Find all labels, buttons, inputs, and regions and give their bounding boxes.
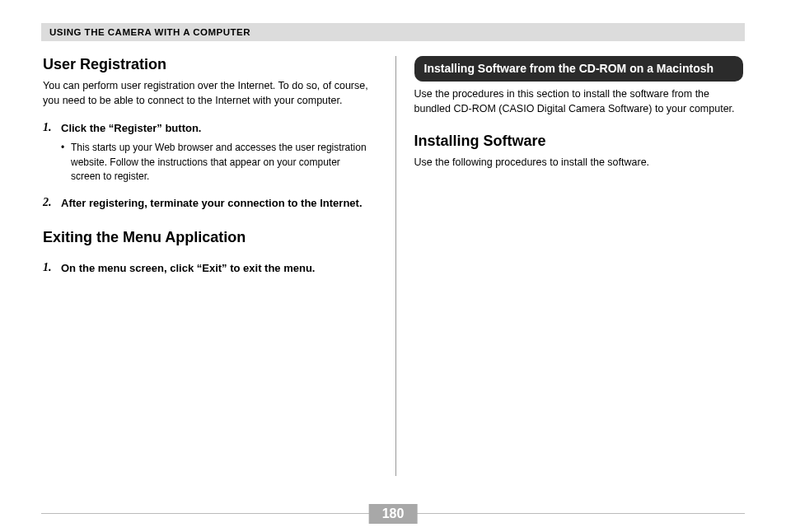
paragraph-install-procedures: Use the following procedures to install … <box>414 155 744 170</box>
step-item: 1. Click the “Register” button. This sta… <box>43 121 372 184</box>
right-column: Installing Software from the CD-ROM on a… <box>396 56 746 476</box>
step-bullet: This starts up your Web browser and acce… <box>61 141 372 184</box>
callout-text: Installing Software from the CD-ROM on a… <box>424 62 714 75</box>
paragraph-install-intro: Use the procedures in this section to in… <box>414 86 744 116</box>
paragraph-user-registration: You can perform user registration over t… <box>43 78 372 108</box>
step-number: 2. <box>43 196 52 209</box>
step-text: Click the “Register” button. <box>61 121 372 136</box>
page-footer: 180 <box>41 513 745 514</box>
heading-user-registration: User Registration <box>43 56 372 73</box>
section-header-bar: USING THE CAMERA WITH A COMPUTER <box>41 23 745 41</box>
heading-exiting-menu: Exiting the Menu Application <box>43 229 372 246</box>
page-number: 180 <box>369 504 418 524</box>
step-item: 2. After registering, terminate your con… <box>43 196 372 211</box>
step-number: 1. <box>43 261 52 274</box>
left-column: User Registration You can perform user r… <box>41 56 395 476</box>
section-header-text: USING THE CAMERA WITH A COMPUTER <box>49 27 250 37</box>
step-text: On the menu screen, click “Exit” to exit… <box>61 261 372 276</box>
heading-installing-software: Installing Software <box>414 133 744 150</box>
step-text: After registering, terminate your connec… <box>61 196 372 211</box>
two-column-layout: User Registration You can perform user r… <box>41 56 745 476</box>
document-page: USING THE CAMERA WITH A COMPUTER User Re… <box>0 0 786 532</box>
step-number: 1. <box>43 121 52 134</box>
callout-installing-mac: Installing Software from the CD-ROM on a… <box>414 56 744 82</box>
step-item: 1. On the menu screen, click “Exit” to e… <box>43 261 372 276</box>
